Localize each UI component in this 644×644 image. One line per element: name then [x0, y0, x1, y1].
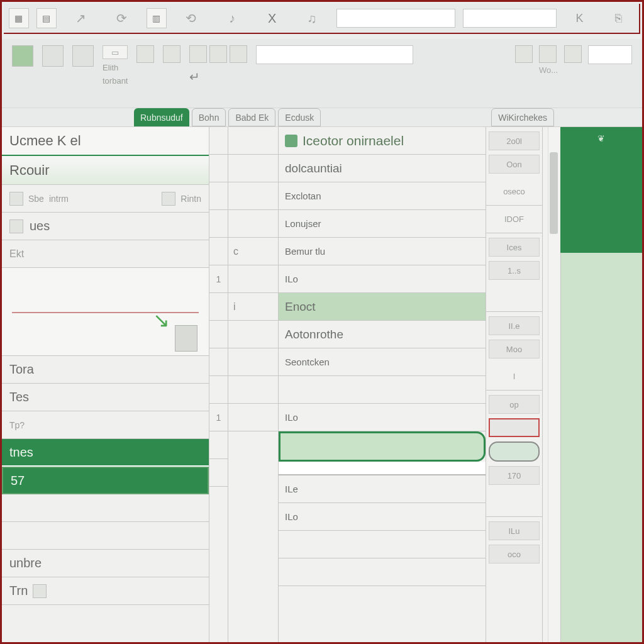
value-badge[interactable]: II.e [489, 316, 540, 335]
grid-icon[interactable]: ▦ [9, 8, 29, 28]
row-num[interactable] [209, 348, 228, 376]
note-icon[interactable]: ♪ [215, 8, 249, 28]
spreadsheet-grid[interactable]: 1 1 c i [209, 127, 642, 643]
panel-row-ekt[interactable]: Ekt [2, 240, 209, 268]
tab-4[interactable]: Ecdusk [278, 108, 321, 126]
panel-row-tnes[interactable]: tnes [2, 439, 209, 467]
close-icon[interactable]: X [257, 11, 288, 26]
formula-input[interactable] [463, 9, 557, 28]
cell-highlight[interactable]: Enoct [279, 293, 486, 321]
tab-2[interactable]: Bohn [192, 108, 226, 126]
value[interactable]: I [486, 363, 542, 391]
row-num[interactable] [209, 376, 228, 404]
refresh-icon[interactable]: ⟳ [105, 8, 139, 28]
ribbon-tool-1[interactable] [42, 45, 64, 67]
tab-1[interactable]: Rubnsuduf [134, 108, 189, 126]
value[interactable] [486, 489, 542, 517]
cell[interactable]: Bemur tlu [279, 238, 486, 265]
cell[interactable]: dolcauntiai [279, 155, 486, 182]
cell[interactable]: Exclotan [279, 182, 486, 210]
row-num[interactable] [209, 431, 228, 459]
ribbon-mini-icon[interactable]: ▭ [103, 45, 128, 59]
enter-icon[interactable]: ↵ [189, 69, 247, 84]
panel-subtitle[interactable]: Rcouir [2, 156, 209, 185]
vertical-scrollbar[interactable] [548, 127, 559, 643]
home-icon[interactable] [12, 45, 33, 67]
row-num[interactable] [209, 321, 228, 348]
cell[interactable] [228, 265, 278, 293]
scrollbar-thumb[interactable] [550, 152, 558, 234]
ribbon-grid-2[interactable] [163, 45, 180, 63]
panel-row-tpen[interactable]: Tp? [2, 411, 209, 439]
cell[interactable] [228, 321, 278, 348]
value-badge[interactable]: oco [489, 545, 540, 564]
window-icon[interactable]: ⎘ [602, 12, 634, 25]
arrow-icon[interactable]: ↗ [64, 8, 98, 28]
cell[interactable] [228, 182, 278, 210]
value-badge[interactable]: ILu [489, 521, 540, 540]
value[interactable] [486, 284, 542, 312]
cell[interactable] [279, 558, 486, 586]
panel-row-unbre[interactable]: unbre [2, 550, 209, 577]
value-badge[interactable]: Moo [489, 340, 540, 358]
active-cell[interactable] [279, 431, 486, 462]
row-num[interactable] [209, 210, 228, 238]
ribbon-right-2[interactable] [539, 45, 557, 63]
cell[interactable] [228, 404, 278, 431]
tool-icon-a[interactable]: ▤ [36, 8, 57, 28]
cell[interactable] [228, 210, 278, 238]
cell-underline[interactable] [279, 462, 486, 475]
value-badge[interactable]: op [489, 395, 540, 414]
music-icon[interactable]: ♫ [295, 8, 329, 28]
cell[interactable] [228, 127, 278, 155]
row-num[interactable] [209, 293, 228, 321]
row-num[interactable] [209, 238, 228, 265]
row-num[interactable] [209, 459, 228, 487]
panel-row-57[interactable]: 57 [2, 467, 209, 494]
cell[interactable]: Aotonrothe [279, 321, 486, 348]
value-badge[interactable]: Ices [489, 238, 540, 257]
ribbon-btn-b[interactable] [209, 45, 227, 63]
ribbon-right-1[interactable] [515, 45, 533, 63]
row-num[interactable] [209, 127, 228, 155]
panel-row-trn[interactable]: Trn [2, 577, 209, 605]
cell[interactable]: c [228, 238, 278, 265]
value-pill[interactable] [489, 441, 540, 462]
panel-row-ues[interactable]: ues [2, 213, 209, 240]
value-badge[interactable]: Oon [489, 155, 540, 174]
row-num[interactable]: 1 [209, 404, 228, 431]
value[interactable]: oseco [486, 178, 542, 206]
row-num[interactable]: 1 [209, 265, 228, 293]
value-selected[interactable] [489, 418, 540, 437]
cell[interactable]: ILo [279, 404, 486, 431]
cell[interactable] [279, 376, 486, 404]
tab-5[interactable]: WiKirchekes [491, 108, 554, 126]
cell[interactable] [279, 531, 486, 558]
section-title[interactable]: Iceotor onirnaelel [279, 127, 486, 155]
panel-row-tora[interactable]: Tora [2, 356, 209, 384]
ribbon-right-3[interactable] [564, 45, 582, 63]
cell[interactable] [228, 155, 278, 182]
value-badge[interactable]: 170 [489, 466, 540, 485]
cell[interactable]: i [228, 293, 278, 321]
row-num[interactable] [209, 182, 228, 210]
cell[interactable]: ILo [279, 265, 486, 293]
undo-icon[interactable]: ⟲ [174, 8, 208, 28]
ribbon-grid-1[interactable] [136, 45, 154, 63]
cell[interactable] [228, 348, 278, 376]
cell[interactable]: Seontcken [279, 348, 486, 376]
ribbon-btn-a[interactable] [189, 45, 207, 63]
name-input[interactable] [336, 9, 455, 28]
cell[interactable]: ILe [279, 475, 486, 503]
cell[interactable]: Lonujser [279, 210, 486, 238]
value-badge[interactable]: 2o0l [489, 131, 540, 150]
cell[interactable]: ILo [279, 503, 486, 531]
ribbon-tool-2[interactable] [72, 45, 94, 67]
right-panel-header[interactable]: ❦ [560, 127, 642, 253]
ribbon-input[interactable] [256, 45, 413, 64]
ribbon-btn-c[interactable] [230, 45, 247, 63]
value-badge[interactable]: 1..s [489, 261, 540, 280]
tool-icon-b[interactable]: ▥ [147, 8, 167, 28]
tab-3[interactable]: Babd Ek [228, 108, 275, 126]
value[interactable]: IDOF [486, 206, 542, 233]
